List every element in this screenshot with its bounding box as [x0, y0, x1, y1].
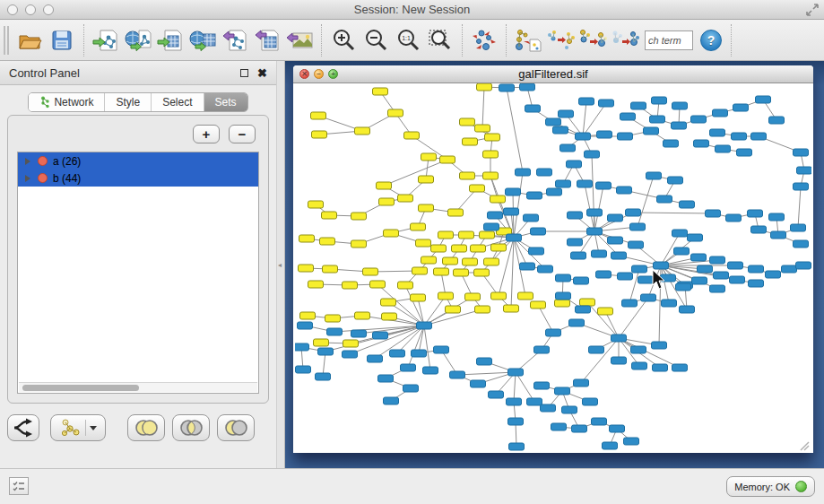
graph-node[interactable] [384, 230, 399, 237]
graph-node[interactable] [672, 230, 688, 237]
graph-node[interactable] [657, 196, 672, 203]
graph-node[interactable] [672, 122, 687, 129]
graph-node[interactable] [325, 315, 341, 322]
graph-node[interactable] [421, 153, 437, 161]
network-graph[interactable] [295, 83, 811, 451]
graph-node[interactable] [794, 240, 809, 248]
graph-node[interactable] [531, 228, 546, 235]
graph-node[interactable] [499, 84, 515, 91]
graph-node[interactable] [477, 83, 492, 91]
graph-node[interactable] [568, 239, 583, 246]
graph-node[interactable] [664, 140, 679, 147]
intersection-sets-button[interactable] [172, 414, 210, 441]
graph-node[interactable] [555, 300, 570, 307]
network-canvas[interactable] [295, 83, 811, 451]
graph-node[interactable] [579, 98, 594, 105]
graph-node[interactable] [296, 366, 311, 373]
graph-node[interactable] [412, 350, 427, 357]
graph-node[interactable] [404, 132, 420, 139]
graph-node[interactable] [529, 248, 544, 255]
graph-node[interactable] [631, 102, 646, 109]
graph-node[interactable] [527, 398, 542, 405]
graph-edge[interactable] [638, 176, 654, 227]
graph-node[interactable] [652, 97, 667, 104]
graph-node[interactable] [534, 346, 550, 353]
graph-node[interactable] [710, 285, 725, 292]
graph-node[interactable] [401, 364, 416, 371]
graph-node[interactable] [327, 328, 343, 335]
graph-node[interactable] [322, 212, 337, 219]
graph-node[interactable] [596, 182, 611, 189]
graph-node[interactable] [630, 223, 646, 230]
zoom-actual-button[interactable]: 1:1 [392, 23, 424, 57]
graph-edge[interactable] [424, 326, 430, 370]
graph-node[interactable] [531, 301, 546, 308]
graph-node[interactable] [460, 172, 475, 179]
graph-node[interactable] [710, 129, 725, 136]
graph-node[interactable] [370, 281, 386, 288]
graph-node[interactable] [568, 212, 583, 219]
graph-node[interactable] [454, 269, 469, 276]
graph-node[interactable] [520, 83, 535, 91]
fullscreen-icon[interactable] [806, 4, 819, 16]
graph-node[interactable] [506, 188, 521, 196]
graph-node[interactable] [608, 237, 623, 244]
graph-node[interactable] [560, 144, 576, 152]
graph-node[interactable] [450, 371, 465, 378]
graph-node[interactable] [419, 204, 434, 212]
graph-node[interactable] [710, 256, 725, 264]
graph-edge[interactable] [384, 160, 447, 186]
graph-node[interactable] [416, 239, 431, 247]
set-row-a[interactable]: a (26) [18, 152, 258, 169]
graph-node[interactable] [471, 245, 486, 252]
graph-node[interactable] [411, 223, 426, 230]
graph-node[interactable] [438, 231, 454, 239]
graph-node[interactable] [569, 319, 585, 326]
graph-node[interactable] [641, 294, 656, 301]
graph-node[interactable] [559, 110, 574, 117]
split-sets-button[interactable] [7, 414, 39, 441]
graph-node[interactable] [652, 342, 667, 349]
set-row-b[interactable]: b (44) [18, 169, 258, 187]
graph-node[interactable] [769, 213, 785, 221]
splitter-handle-icon[interactable]: ◂ [278, 260, 284, 271]
import-table-file-button[interactable] [154, 23, 186, 57]
graph-node[interactable] [574, 379, 589, 387]
graph-edge[interactable] [424, 296, 446, 326]
graph-node[interactable] [732, 133, 747, 140]
graph-node[interactable] [751, 226, 767, 233]
graph-node[interactable] [485, 134, 500, 141]
graph-node[interactable] [577, 180, 593, 187]
graph-node[interactable] [672, 102, 688, 109]
save-session-button[interactable] [46, 23, 78, 57]
graph-node[interactable] [388, 109, 403, 117]
graph-node[interactable] [403, 385, 419, 392]
graph-node[interactable] [398, 282, 413, 289]
graph-node[interactable] [534, 382, 550, 389]
graph-node[interactable] [463, 138, 478, 145]
graph-node[interactable] [626, 209, 641, 216]
graph-edge[interactable] [511, 238, 514, 308]
graph-node[interactable] [508, 418, 524, 425]
graph-edge[interactable] [514, 172, 523, 238]
graph-node[interactable] [713, 109, 728, 117]
graph-node[interactable] [537, 169, 552, 176]
graph-node[interactable] [298, 322, 313, 329]
graph-node[interactable] [632, 265, 647, 273]
graph-node[interactable] [622, 300, 638, 307]
graph-node[interactable] [737, 149, 752, 156]
export-network-button[interactable] [219, 23, 251, 57]
graph-node[interactable] [629, 241, 644, 248]
graph-node[interactable] [459, 231, 474, 239]
graph-node[interactable] [489, 391, 504, 398]
network-window-titlebar[interactable]: ✕ − + galFiltered.sif [293, 65, 813, 83]
graph-node[interactable] [465, 293, 481, 300]
graph-node[interactable] [692, 277, 707, 284]
import-table-web-button[interactable] [186, 23, 219, 57]
graph-node[interactable] [355, 312, 370, 319]
network-subset-button[interactable] [609, 23, 641, 57]
graph-node[interactable] [791, 224, 806, 231]
panel-splitter[interactable]: ◂ [276, 61, 285, 468]
graph-node[interactable] [583, 398, 598, 405]
graph-node[interactable] [483, 172, 499, 179]
